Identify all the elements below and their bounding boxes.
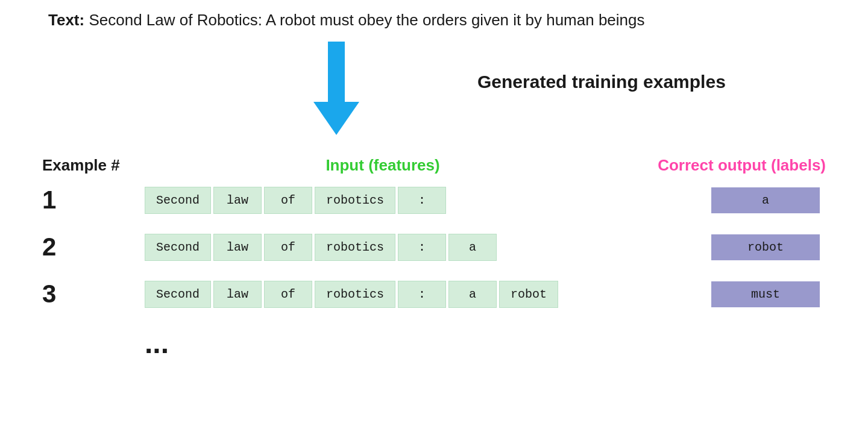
token: Second [145,234,211,261]
page-container: Text: Second Law of Robotics: A robot mu… [0,0,868,432]
col-example-header: Example # [42,156,145,175]
table-row: 1 Second law of robotics : a [42,186,826,214]
token: law [213,281,262,308]
token: a [448,281,497,308]
col-input-header: Input (features) [145,156,621,175]
token: Second [145,187,211,214]
text-content: Second Law of Robotics: A robot must obe… [84,11,644,29]
arrow-section: Generated training examples [0,42,868,138]
arrow-container [313,42,359,135]
token: a [448,234,497,261]
token: of [264,281,312,308]
col-output-header: Correct output (labels) [621,156,826,175]
arrow-shaft [328,42,345,102]
token: robot [499,281,558,308]
token: robotics [315,281,395,308]
main-table: Example # Input (features) Correct outpu… [42,156,826,360]
tokens-container-2: Second law of robotics : a [145,234,711,261]
output-token-3: must [711,281,820,307]
token: robotics [315,234,395,261]
col-input-label: Input [326,156,368,174]
generated-label: Generated training examples [477,72,726,92]
tokens-container-1: Second law of robotics : [145,187,711,214]
col-output-highlight: (labels) [771,156,826,174]
tokens-container-3: Second law of robotics : a robot [145,281,711,308]
ellipsis: ... [42,327,826,360]
token: : [398,187,446,214]
token: : [398,234,446,261]
table-row: 3 Second law of robotics : a robot must [42,280,826,308]
token: Second [145,281,211,308]
header-text: Text: Second Law of Robotics: A robot mu… [0,11,645,30]
output-token-1: a [711,187,820,213]
token: : [398,281,446,308]
col-input-highlight: (features) [368,156,439,174]
col-output-label: Correct output [658,156,771,174]
token: law [213,234,262,261]
example-num-3: 3 [42,280,145,308]
example-num-2: 2 [42,233,145,261]
table-row: 2 Second law of robotics : a robot [42,233,826,261]
token: of [264,187,312,214]
output-token-2: robot [711,234,820,260]
token: of [264,234,312,261]
example-num-1: 1 [42,186,145,214]
text-label: Text: [48,11,84,29]
arrow-head [313,102,359,135]
token: robotics [315,187,395,214]
token: law [213,187,262,214]
table-header: Example # Input (features) Correct outpu… [42,156,826,175]
